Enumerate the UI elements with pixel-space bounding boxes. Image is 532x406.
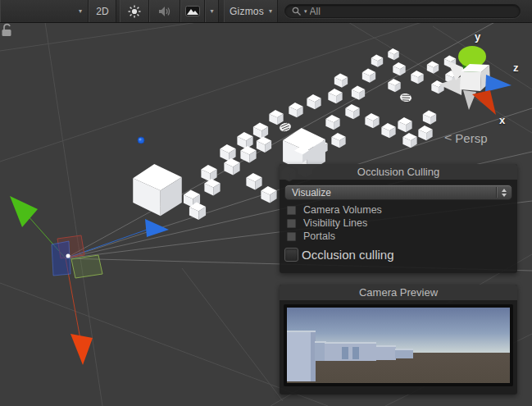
gizmo-cone-white[interactable] [463,90,476,110]
plane-handle-xy[interactable] [71,255,102,278]
visualize-dropdown-value: Visualize [292,187,331,198]
grid-line [45,22,102,406]
2d-label: 2D [96,6,109,17]
camera-preview-title: Camera Preview [359,286,438,299]
chevron-down-icon: ▾ [210,8,213,15]
occlusion-option-row[interactable]: Portals [280,230,517,243]
occlusion-checkbox-list: Camera VolumesVisibility LinesPortals [280,203,517,243]
effects-dropdown-button[interactable]: ▾ [205,0,219,22]
gizmo-cone-z[interactable] [485,75,512,92]
image-effects-icon [185,6,200,16]
checkbox[interactable] [287,219,296,228]
occlusion-panel-header: Occlusion Culling [280,164,517,180]
sun-icon [128,5,141,18]
preview-building [395,349,413,358]
magnifier-icon [292,7,302,16]
camera-preview-panel: Camera Preview [280,285,517,395]
grid-line [182,268,283,401]
gizmos-dropdown-button[interactable]: Gizmos ▾ [224,0,278,22]
axis-y-label[interactable]: y [475,30,480,43]
preview-doorway [352,347,359,359]
visualize-dropdown[interactable]: Visualize [284,185,512,200]
gizmo-cone-y-cap[interactable] [458,46,486,67]
move-handle-x-cone[interactable] [70,334,93,365]
draw-mode-dropdown[interactable]: ▾ [0,0,89,22]
dropdown-divider [496,187,497,198]
checkbox[interactable] [287,206,296,215]
search-input[interactable] [310,6,513,17]
occlusion-culling-checkbox[interactable] [284,248,298,262]
scene-toolbar: ▾ 2D [0,0,532,23]
camera-preview-header: Camera Preview [280,285,517,300]
light-gizmo-dot-highlight [139,138,141,140]
gizmo-center-cube[interactable] [460,71,481,91]
checkbox-label: Portals [303,230,335,242]
preview-doorway [342,347,348,359]
checkbox-label: Visibility Lines [303,217,367,229]
search-filter-caret-icon: ▾ [304,8,307,14]
occlusion-culling-toggle[interactable]: Occlusion culling [284,248,517,262]
camera-preview-frame [284,304,513,386]
unity-scene-view: { "toolbar": { "draw_mode": {"caret": "▾… [0,0,532,406]
preview-building [325,342,376,360]
persp-arrow-icon: < [444,132,452,144]
projection-mode-toggle[interactable]: < Persp [444,130,488,145]
axis-z-label[interactable]: z [513,62,519,74]
chevron-down-icon: ▾ [79,8,82,15]
preview-building [287,331,316,382]
occlusion-panel-title: Occlusion Culling [357,166,439,178]
2d-toggle-button[interactable]: 2D [89,0,116,22]
scene-search-field[interactable]: ▾ [284,4,521,18]
gizmo-cone-x[interactable] [472,90,496,115]
axis-x-label[interactable]: x [499,114,505,126]
speaker-icon [158,6,172,17]
move-handle-center[interactable] [66,254,70,258]
dropdown-updown-icon [502,189,507,197]
camera-preview-image [287,308,510,383]
checkbox[interactable] [287,232,296,241]
audio-toggle-button[interactable] [149,0,180,22]
padlock-open-icon[interactable] [0,22,14,37]
grid-line [0,22,254,51]
grid-line [0,22,459,162]
grid-line [0,283,328,406]
preview-building [376,345,396,360]
occlusion-option-row[interactable]: Camera Volumes [280,203,517,217]
plane-handle-yz[interactable] [52,241,70,276]
hand-cursor-icon [399,92,413,103]
chevron-down-icon: ▾ [269,8,272,15]
move-handle-z-cone[interactable] [145,219,169,237]
occlusion-culling-label: Occlusion culling [302,248,394,262]
checkbox-label: Camera Volumes [303,204,382,216]
lighting-toggle-button[interactable] [120,0,149,22]
occlusion-culling-panel: Occlusion Culling Visualize Camera Volum… [280,164,517,273]
effects-toggle-button[interactable] [180,0,205,22]
persp-label: Persp [455,131,487,145]
occlusion-option-row[interactable]: Visibility Lines [280,217,517,230]
gizmos-label: Gizmos [230,6,264,17]
